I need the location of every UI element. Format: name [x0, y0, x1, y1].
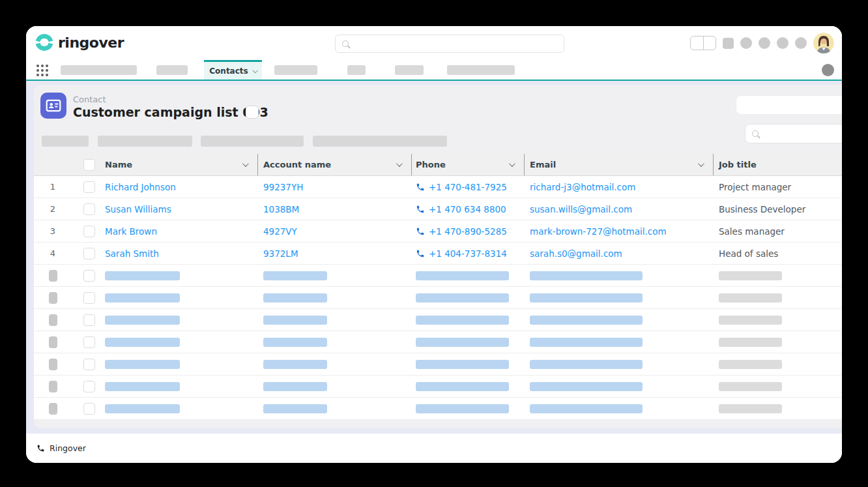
- row-checkbox[interactable]: [83, 403, 95, 415]
- skeleton-bar: [719, 404, 782, 413]
- global-search[interactable]: [335, 35, 564, 53]
- skeleton-bar: [263, 293, 327, 303]
- skeleton-marker: [49, 403, 57, 415]
- sort-chevron-icon[interactable]: [509, 160, 515, 167]
- skeleton-marker: [49, 359, 57, 370]
- tab-contacts-label: Contacts: [209, 66, 248, 76]
- skeleton-bar: [530, 293, 643, 303]
- phone-link[interactable]: +1 470-890-5285: [429, 226, 507, 237]
- nav-item-placeholder[interactable]: [61, 65, 137, 75]
- phone-icon: [416, 205, 425, 214]
- email-link[interactable]: mark-brown-727@hotmail.com: [530, 226, 667, 237]
- select-all-checkbox[interactable]: [83, 159, 95, 171]
- skeleton-bar: [719, 382, 782, 391]
- phone-link[interactable]: +1 404-737-8314: [429, 248, 507, 259]
- layout-toggle[interactable]: [690, 36, 716, 50]
- column-header-account[interactable]: Account name: [258, 154, 412, 175]
- row-checkbox[interactable]: [83, 336, 95, 348]
- skeleton-marker: [49, 314, 57, 326]
- contact-name-link[interactable]: Mark Brown: [105, 226, 157, 237]
- row-checkbox[interactable]: [83, 292, 95, 304]
- apps-grid-icon[interactable]: [36, 65, 48, 76]
- skeleton-bar: [416, 271, 509, 280]
- topbar-icon-placeholder[interactable]: [795, 37, 807, 49]
- email-link[interactable]: richard-j3@hotmail.com: [530, 182, 635, 192]
- toolbar-placeholder[interactable]: [42, 136, 89, 147]
- ringover-logo-icon: [35, 33, 53, 52]
- skeleton-rows: [34, 265, 842, 420]
- column-header-job-title[interactable]: Job title: [714, 154, 842, 175]
- phone-link[interactable]: +1 470 634 8800: [429, 204, 506, 214]
- account-name-link[interactable]: 1038BM: [263, 204, 299, 214]
- skeleton-row: [34, 309, 842, 331]
- contact-name-link[interactable]: Sarah Smith: [105, 248, 159, 259]
- account-name-link[interactable]: 9372LM: [263, 248, 298, 259]
- row-checkbox[interactable]: [83, 226, 95, 237]
- contact-name-link[interactable]: Richard Johnson: [105, 182, 176, 192]
- skeleton-bar: [416, 382, 509, 391]
- column-header-phone[interactable]: Phone: [412, 154, 525, 175]
- contact-name-link[interactable]: Susan Williams: [105, 204, 171, 214]
- skeleton-marker: [49, 381, 57, 392]
- skeleton-bar: [263, 271, 327, 280]
- skeleton-bar: [105, 382, 180, 391]
- nav-status-dot[interactable]: [822, 64, 834, 76]
- nav-item-placeholder[interactable]: [395, 65, 424, 75]
- skeleton-bar: [719, 338, 782, 347]
- toolbar-placeholder[interactable]: [313, 136, 447, 147]
- column-header-email[interactable]: Email: [525, 154, 714, 175]
- job-title-cell: Sales manager: [714, 220, 842, 242]
- phone-link[interactable]: +1 470-481-7925: [429, 182, 507, 192]
- header-action-field[interactable]: [736, 95, 842, 115]
- skeleton-row: [34, 331, 842, 353]
- row-checkbox[interactable]: [83, 270, 95, 282]
- account-name-link[interactable]: 99237YH: [263, 182, 303, 192]
- topbar-icon-placeholder[interactable]: [777, 37, 788, 49]
- toolbar-placeholder[interactable]: [98, 136, 192, 147]
- sort-chevron-icon[interactable]: [396, 160, 403, 167]
- phone-icon: [416, 183, 425, 192]
- row-checkbox[interactable]: [83, 248, 95, 259]
- header-number-cell: [34, 154, 72, 175]
- row-checkbox[interactable]: [83, 203, 95, 215]
- topbar-icon-placeholder[interactable]: [759, 37, 770, 49]
- sort-chevron-icon[interactable]: [698, 160, 704, 167]
- skeleton-bar: [416, 404, 509, 413]
- toolbar-placeholder[interactable]: [201, 136, 304, 147]
- nav-item-placeholder[interactable]: [156, 65, 188, 75]
- row-number: 3: [34, 220, 72, 242]
- user-avatar[interactable]: [813, 33, 834, 53]
- row-checkbox[interactable]: [83, 359, 95, 370]
- nav-item-placeholder[interactable]: [274, 65, 317, 75]
- email-link[interactable]: susan.wills@gmail.com: [530, 204, 632, 214]
- row-number: 1: [34, 176, 72, 198]
- row-checkbox[interactable]: [83, 381, 95, 392]
- skeleton-bar: [105, 271, 180, 280]
- row-checkbox[interactable]: [83, 314, 95, 326]
- skeleton-row: [34, 376, 842, 398]
- content-area: Contact Customer campaign list 003 Name: [26, 81, 842, 434]
- topbar-icon-placeholder[interactable]: [740, 37, 752, 49]
- skeleton-bar: [263, 360, 327, 369]
- ringover-logo[interactable]: ringover: [35, 33, 124, 52]
- tab-contacts[interactable]: Contacts: [204, 60, 262, 80]
- row-checkbox[interactable]: [83, 181, 95, 193]
- main-nav: Contacts: [26, 60, 842, 81]
- table-row: 1 Richard Johnson 99237YH +1 470-481-792…: [34, 176, 842, 198]
- account-name-link[interactable]: 4927VY: [263, 226, 297, 237]
- skeleton-bar: [105, 316, 180, 325]
- list-search-input[interactable]: [745, 124, 842, 143]
- skeleton-bar: [719, 360, 782, 369]
- nav-item-placeholder[interactable]: [347, 65, 366, 75]
- email-link[interactable]: sarah.s0@gmail.com: [530, 248, 622, 259]
- sort-chevron-icon[interactable]: [242, 160, 249, 167]
- table-row: 4 Sarah Smith 9372LM +1 404-737-8314 sar…: [34, 243, 842, 265]
- skeleton-marker: [49, 336, 57, 348]
- skeleton-row: [34, 265, 842, 287]
- topbar-icon-placeholder[interactable]: [723, 38, 734, 49]
- skeleton-marker: [49, 292, 57, 304]
- column-header-name[interactable]: Name: [102, 154, 258, 175]
- contact-list-card: Contact Customer campaign list 003 Name: [34, 85, 842, 428]
- title-checkbox[interactable]: [246, 106, 259, 119]
- nav-item-placeholder[interactable]: [447, 65, 515, 75]
